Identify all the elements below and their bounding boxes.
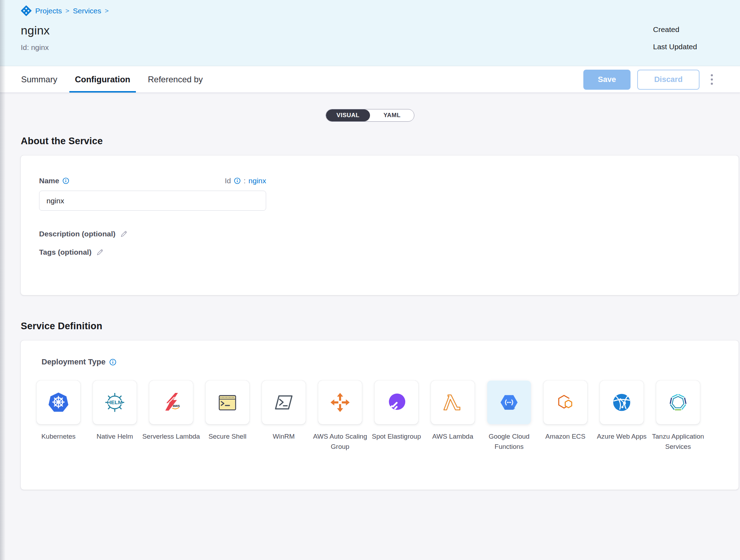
tab-bar: Summary Configuration Referenced by Save… <box>0 66 740 93</box>
save-button[interactable]: Save <box>583 70 631 90</box>
deployment-type-winrm[interactable]: WinRM <box>262 381 306 452</box>
breadcrumb-separator: > <box>105 7 109 15</box>
header-meta: Created Last Updated <box>653 25 697 51</box>
tab-summary[interactable]: Summary <box>18 66 61 93</box>
svg-text:HELM: HELM <box>107 399 123 405</box>
created-label: Created <box>653 25 697 34</box>
aws-lambda-icon <box>442 392 464 413</box>
deployment-type-tanzu-application-services[interactable]: Tanzu Application Services <box>656 381 700 452</box>
deployment-type-info-icon[interactable] <box>109 358 117 366</box>
description-label: Description (optional) <box>39 230 115 238</box>
kebab-dot <box>711 78 713 81</box>
tags-edit-icon[interactable] <box>96 248 104 256</box>
about-card: Name Id : nginx <box>21 155 739 295</box>
aws-asg-icon <box>329 392 351 413</box>
serverless-lambda-icon: aws <box>160 392 182 413</box>
toggle-option-visual[interactable]: VISUAL <box>326 109 370 121</box>
deployment-type-secure-shell[interactable]: Secure Shell <box>206 381 249 452</box>
deployment-type-amazon-ecs[interactable]: Amazon ECS <box>544 381 587 452</box>
id-colon: : <box>244 177 246 185</box>
deployment-type-google-cloud-functions[interactable]: Google Cloud Functions <box>487 381 531 452</box>
kubernetes-icon <box>48 392 69 413</box>
kebab-dot <box>711 74 713 76</box>
name-label-row: Name <box>39 177 69 185</box>
name-label: Name <box>39 177 59 185</box>
tags-label: Tags (optional) <box>39 248 92 256</box>
deployment-type-label: Deployment Type <box>42 357 106 367</box>
description-row: Description (optional) <box>39 230 739 238</box>
id-value-link[interactable]: nginx <box>249 177 266 185</box>
tab-configuration[interactable]: Configuration <box>71 66 134 93</box>
tags-row: Tags (optional) <box>39 248 739 256</box>
discard-button[interactable]: Discard <box>637 70 700 90</box>
about-heading: About the Service <box>21 136 740 147</box>
tab-referenced-by[interactable]: Referenced by <box>144 66 206 93</box>
name-input[interactable] <box>39 191 266 211</box>
breadcrumb-link-services[interactable]: Services <box>73 7 101 15</box>
visual-yaml-toggle: VISUAL YAML <box>326 109 414 122</box>
toolbar: Save Discard <box>583 66 717 93</box>
spot-elastigroup-icon <box>385 392 407 413</box>
google-cloud-functions-icon <box>498 392 520 413</box>
deployment-type-kubernetes[interactable]: Kubernetes <box>37 381 80 452</box>
winrm-icon <box>273 392 295 413</box>
projects-logo-icon[interactable] <box>21 5 32 16</box>
configuration-content: VISUAL YAML About the Service Name Id <box>0 93 740 560</box>
name-info-icon[interactable] <box>62 177 69 184</box>
more-options-button[interactable] <box>707 72 717 87</box>
deployment-type-azure-web-apps[interactable]: Azure Web Apps <box>600 381 644 452</box>
deployment-type-aws-lambda[interactable]: AWS Lambda <box>431 381 475 452</box>
amazon-ecs-icon <box>554 392 576 413</box>
helm-icon: HELM <box>104 392 126 413</box>
id-inline-label: Id <box>225 177 231 185</box>
id-inline-row: Id : nginx <box>225 177 266 185</box>
page-title: nginx <box>21 24 740 37</box>
kebab-dot <box>711 83 713 85</box>
services-configuration-page: Projects > Services > nginx Id: nginx Cr… <box>0 0 740 560</box>
last-updated-label: Last Updated <box>653 43 697 51</box>
deployment-type-serverless-lambda[interactable]: aws Serverless Lambda <box>149 381 193 452</box>
description-edit-icon[interactable] <box>120 230 128 238</box>
deployment-type-tiles: Kubernetes <box>37 381 739 452</box>
breadcrumb-separator: > <box>65 7 69 15</box>
breadcrumb-link-projects[interactable]: Projects <box>35 7 62 15</box>
deployment-type-label-row: Deployment Type <box>42 357 739 367</box>
toggle-option-yaml[interactable]: YAML <box>370 109 414 121</box>
page-header: Projects > Services > nginx Id: nginx Cr… <box>0 0 740 66</box>
visual-yaml-toggle-row: VISUAL YAML <box>0 93 740 122</box>
id-info-icon[interactable] <box>234 177 241 184</box>
service-definition-heading: Service Definition <box>21 321 740 332</box>
svg-text:aws: aws <box>173 403 180 408</box>
deployment-type-native-helm[interactable]: HELM Native Helm <box>93 381 137 452</box>
service-id: Id: nginx <box>21 43 740 52</box>
service-definition-card: Deployment Type <box>21 341 739 490</box>
deployment-type-aws-auto-scaling-group[interactable]: AWS Auto Scaling Group <box>318 381 362 452</box>
breadcrumb: Projects > Services > <box>21 0 740 16</box>
deployment-type-spot-elastigroup[interactable]: Spot Elastigroup <box>375 381 418 452</box>
azure-web-apps-icon <box>611 392 633 413</box>
tanzu-icon <box>667 392 689 413</box>
secure-shell-icon <box>217 392 238 413</box>
